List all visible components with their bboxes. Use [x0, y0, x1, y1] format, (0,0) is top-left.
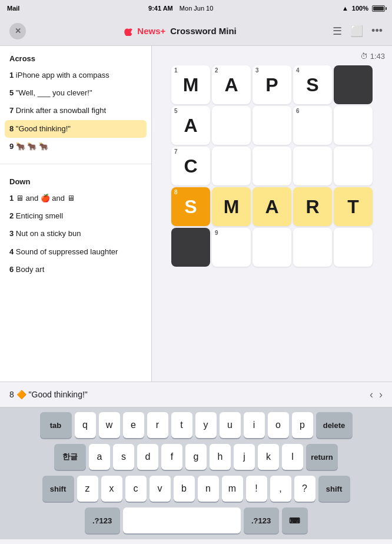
cell-3-2[interactable]: A	[253, 187, 291, 226]
keyboard: tab q w e r t y u i o p delete 한글 a s d …	[0, 407, 392, 539]
next-clue-button[interactable]: ›	[379, 389, 383, 401]
clue-hint-bar: 8 🔶 "Good thinking!" ‹ ›	[0, 382, 392, 407]
clue-down-6[interactable]: 6 Body art	[0, 261, 151, 278]
key-v[interactable]: v	[150, 476, 171, 502]
clue-across-5[interactable]: 5 "Well, ___ you clever!"	[0, 84, 151, 102]
key-k[interactable]: k	[258, 444, 279, 470]
key-w[interactable]: w	[99, 412, 120, 438]
key-f[interactable]: f	[161, 444, 182, 470]
key-d[interactable]: d	[137, 444, 158, 470]
nav-bar: ✕ News+ Crossword Mini ☰ ⬜ •••	[0, 16, 392, 46]
more-icon[interactable]: •••	[371, 25, 383, 37]
cell-1-0[interactable]: 5A	[171, 106, 210, 145]
keyboard-row-3: shift z x c v b n m ! , ? shift	[2, 476, 390, 502]
across-header: Across	[0, 52, 151, 67]
key-j[interactable]: j	[234, 444, 255, 470]
key-r[interactable]: r	[147, 412, 168, 438]
clue-down-1[interactable]: 1 🖥 and 🍎 and 🖥	[0, 190, 151, 207]
key-t[interactable]: t	[171, 412, 192, 438]
cell-3-1[interactable]: M	[212, 187, 251, 226]
clue-across-8[interactable]: 8 "Good thinking!"	[5, 120, 147, 138]
battery-icon	[372, 5, 385, 12]
screen-icon[interactable]: ⬜	[350, 25, 363, 38]
cell-0-1[interactable]: 2A	[212, 65, 251, 104]
cell-0-4	[334, 65, 373, 104]
symbols-key-right[interactable]: .?123	[244, 507, 279, 533]
cell-4-2[interactable]	[253, 228, 291, 267]
cell-2-2[interactable]	[253, 147, 291, 185]
clue-down-3[interactable]: 3 Nut on a sticky bun	[0, 225, 151, 243]
list-icon[interactable]: ☰	[333, 25, 342, 38]
key-c[interactable]: c	[125, 476, 147, 502]
date-label: Mon Jun 10	[180, 5, 213, 12]
cell-4-1[interactable]: 9	[212, 228, 251, 267]
key-comma[interactable]: ,	[270, 476, 291, 502]
time-label: 9:41 AM	[148, 5, 173, 12]
return-key[interactable]: return	[306, 444, 338, 470]
cell-1-2[interactable]	[253, 106, 291, 145]
cell-4-3[interactable]	[293, 228, 332, 267]
key-l[interactable]: l	[282, 444, 303, 470]
key-h[interactable]: h	[210, 444, 231, 470]
key-z[interactable]: z	[77, 476, 98, 502]
news-plus-label: News+	[137, 26, 165, 36]
hangul-key[interactable]: 한글	[54, 444, 86, 470]
key-p[interactable]: p	[292, 412, 313, 438]
keyboard-row-1: tab q w e r t y u i o p delete	[2, 412, 390, 438]
cell-2-1[interactable]	[212, 147, 251, 185]
cell-3-3[interactable]: R	[293, 187, 332, 226]
key-question[interactable]: ?	[294, 476, 315, 502]
key-o[interactable]: o	[268, 412, 289, 438]
clue-down-4[interactable]: 4 Sound of suppressed laughter	[0, 243, 151, 261]
cell-3-4[interactable]: T	[334, 187, 373, 226]
across-section: Across 1 iPhone app with a compass 5 "We…	[0, 46, 151, 159]
cell-0-2[interactable]: 3P	[253, 65, 291, 104]
clue-across-9[interactable]: 9 🐂 🐂 🐂	[0, 138, 151, 155]
key-n[interactable]: n	[198, 476, 219, 502]
prev-clue-button[interactable]: ‹	[370, 389, 373, 401]
cell-0-3[interactable]: 4S	[293, 65, 332, 104]
cell-1-1[interactable]	[212, 106, 251, 145]
cell-0-0[interactable]: 1M	[171, 65, 210, 104]
cell-1-3[interactable]: 6	[293, 106, 332, 145]
tab-key[interactable]: tab	[40, 412, 72, 438]
cell-1-4[interactable]	[334, 106, 373, 145]
cell-2-4[interactable]	[334, 147, 373, 185]
key-m[interactable]: m	[222, 476, 243, 502]
keyboard-dismiss-key[interactable]: ⌨	[282, 507, 308, 533]
key-y[interactable]: y	[195, 412, 217, 438]
delete-key[interactable]: delete	[316, 412, 353, 438]
timer-icon: ⏱	[360, 52, 368, 61]
active-clue-text: 8 🔶 "Good thinking!"	[9, 390, 88, 399]
clue-across-1[interactable]: 1 iPhone app with a compass	[0, 67, 151, 84]
shift-key-right[interactable]: shift	[318, 476, 350, 502]
key-g[interactable]: g	[185, 444, 207, 470]
carrier-label: Mail	[7, 5, 19, 12]
clue-across-7[interactable]: 7 Drink after a snowball fight	[0, 102, 151, 120]
key-a[interactable]: a	[89, 444, 110, 470]
timer-value: 1:43	[370, 52, 385, 61]
close-button[interactable]: ✕	[9, 23, 26, 39]
key-e[interactable]: e	[123, 412, 144, 438]
key-i[interactable]: i	[244, 412, 265, 438]
crossword-title: Crossword Mini	[170, 26, 237, 36]
shift-key-left[interactable]: shift	[42, 476, 74, 502]
key-q[interactable]: q	[75, 412, 96, 438]
key-b[interactable]: b	[174, 476, 195, 502]
space-key[interactable]	[123, 507, 241, 533]
key-u[interactable]: u	[220, 412, 241, 438]
key-x[interactable]: x	[101, 476, 122, 502]
key-exclaim[interactable]: !	[246, 476, 267, 502]
clues-divider	[0, 164, 151, 164]
cell-4-4[interactable]	[334, 228, 373, 267]
cell-3-0[interactable]: 8S	[171, 187, 210, 226]
clue-down-2[interactable]: 2 Enticing smell	[0, 207, 151, 225]
timer: ⏱ 1:43	[360, 52, 385, 61]
symbols-key-left[interactable]: .?123	[85, 507, 120, 533]
cell-2-3[interactable]	[293, 147, 332, 185]
key-s[interactable]: s	[113, 444, 134, 470]
apple-icon	[124, 26, 134, 36]
main-content: Across 1 iPhone app with a compass 5 "We…	[0, 46, 392, 382]
cell-2-0[interactable]: 7C	[171, 147, 210, 185]
down-header: Down	[0, 175, 151, 190]
